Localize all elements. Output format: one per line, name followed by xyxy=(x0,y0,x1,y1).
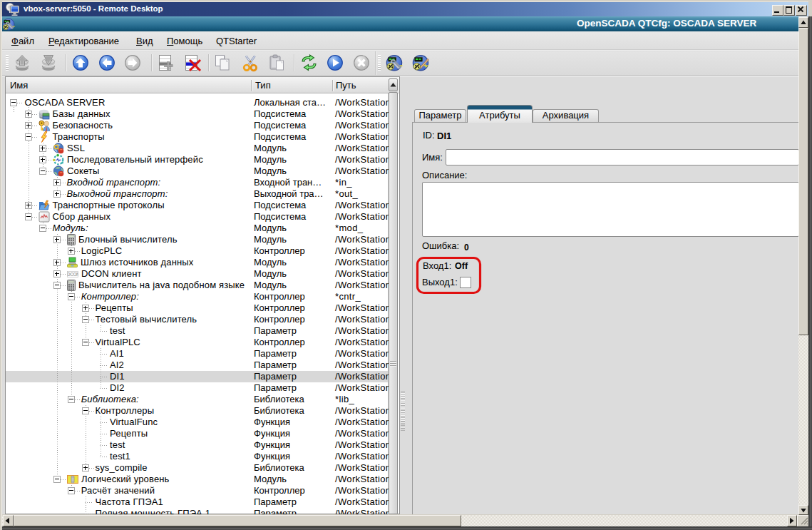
svg-text:DCON: DCON xyxy=(67,272,78,277)
